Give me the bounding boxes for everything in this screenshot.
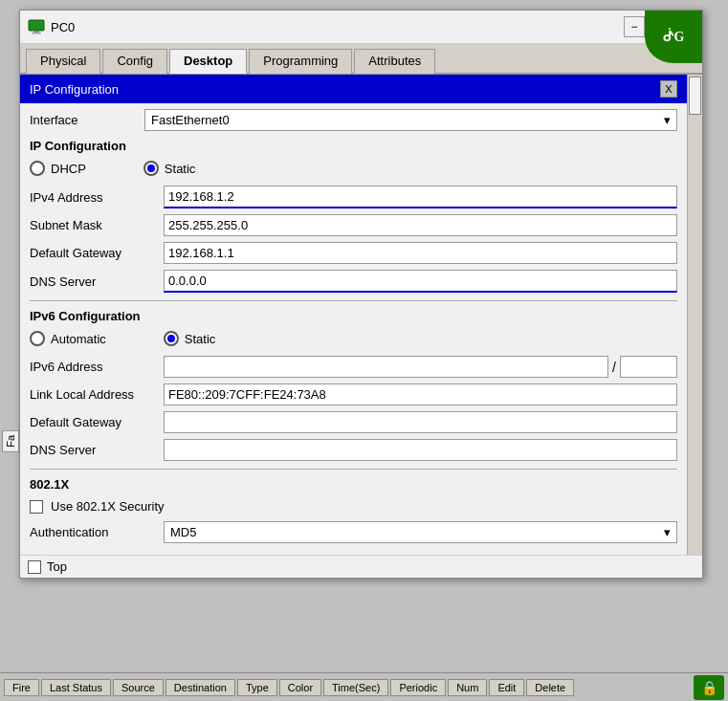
ipv6-static-radio-inner <box>167 335 175 342</box>
auth-value: MD5 <box>170 525 196 539</box>
link-local-label: Link Local Address <box>30 387 164 402</box>
lock-icon: 🔒 <box>701 680 717 695</box>
form-area: Interface FastEthernet0 ▾ IP Configurati… <box>20 103 687 555</box>
auth-select[interactable]: MD5 ▾ <box>164 521 677 543</box>
gateway-row: Default Gateway <box>30 242 677 264</box>
ipv6-section-label: IPv6 Configuration <box>30 309 677 323</box>
gfg-text: ᕸG <box>663 29 685 45</box>
dns-label: DNS Server <box>30 274 164 289</box>
svg-rect-0 <box>29 20 44 31</box>
auth-row: Authentication MD5 ▾ <box>30 521 677 543</box>
ipv6-prefix-input[interactable] <box>620 356 677 378</box>
title-bar-left: PC0 <box>28 18 75 35</box>
tab-physical[interactable]: Physical <box>26 49 100 74</box>
ipv4-label: IPv4 Address <box>30 190 164 205</box>
use-802-label: Use 802.1X Security <box>51 499 165 514</box>
ipv6-addr-row: IPv6 Address / <box>30 356 677 378</box>
ip-config-close-button[interactable]: X <box>660 80 677 98</box>
left-tab: Fa <box>2 430 19 452</box>
taskbar-item-fire[interactable]: Fire <box>4 679 39 696</box>
tab-attributes[interactable]: Attributes <box>354 49 435 74</box>
separator2 <box>30 469 677 470</box>
ipv6-auto-radio[interactable]: Automatic <box>30 331 106 346</box>
minimize-button[interactable]: − <box>624 16 645 37</box>
subnet-row: Subnet Mask <box>30 214 677 236</box>
static-label: Static <box>165 162 196 176</box>
auth-label: Authentication <box>30 525 164 539</box>
svg-rect-1 <box>33 31 39 33</box>
dhcp-radio[interactable]: DHCP <box>30 161 86 176</box>
svg-rect-2 <box>32 33 41 34</box>
ipv6-gateway-input[interactable] <box>164 411 677 433</box>
interface-label: Interface <box>30 113 144 127</box>
static-radio[interactable]: Static <box>143 161 196 176</box>
dhcp-label: DHCP <box>51 162 86 176</box>
static-radio-outer <box>143 161 159 176</box>
security-section-label: 802.1X <box>30 477 677 492</box>
security-icon-btn[interactable]: 🔒 <box>694 675 724 700</box>
taskbar-item-num[interactable]: Num <box>448 679 487 696</box>
ipv6-gateway-row: Default Gateway <box>30 411 677 433</box>
taskbar-item-type[interactable]: Type <box>237 679 277 696</box>
auth-dropdown-icon: ▾ <box>664 525 671 539</box>
interface-dropdown-icon: ▾ <box>664 113 671 127</box>
ipv6-auto-label: Automatic <box>51 332 106 346</box>
taskbar-item-laststatus[interactable]: Last Status <box>41 679 111 696</box>
ipv6-static-radio[interactable]: Static <box>164 331 216 346</box>
left-tab-text: Fa <box>5 435 16 448</box>
interface-value: FastEthernet0 <box>151 113 230 127</box>
tab-desktop[interactable]: Desktop <box>169 49 247 74</box>
taskbar-item-time[interactable]: Time(Sec) <box>323 679 388 696</box>
tab-bar: Physical Config Desktop Programming Attr… <box>20 44 702 75</box>
gateway-label: Default Gateway <box>30 246 164 260</box>
ipv6-slash: / <box>612 360 616 375</box>
ipv6-radio-group: Automatic Static <box>30 331 677 346</box>
gfg-logo: ᕸG <box>645 11 702 63</box>
subnet-label: Subnet Mask <box>30 218 164 232</box>
dns-input[interactable] <box>164 270 677 293</box>
ip-radio-group: DHCP Static <box>30 161 677 176</box>
ipv4-input[interactable] <box>164 186 677 208</box>
separator1 <box>30 300 677 301</box>
static-radio-inner <box>147 164 155 172</box>
ipv6-gateway-label: Default Gateway <box>30 415 164 429</box>
taskbar-item-delete[interactable]: Delete <box>526 679 574 696</box>
tab-config[interactable]: Config <box>102 49 167 74</box>
ipv6-address-input[interactable] <box>164 356 608 378</box>
taskbar-item-periodic[interactable]: Periodic <box>390 679 446 696</box>
taskbar-item-source[interactable]: Source <box>113 679 164 696</box>
subnet-input[interactable] <box>164 214 677 236</box>
ipv6-dns-label: DNS Server <box>30 443 164 457</box>
interface-row: Interface FastEthernet0 ▾ <box>30 109 677 131</box>
gateway-input[interactable] <box>164 242 677 264</box>
ipv6-auto-radio-outer <box>30 331 45 346</box>
dhcp-radio-outer <box>30 161 45 176</box>
taskbar-item-destination[interactable]: Destination <box>165 679 235 696</box>
taskbar-item-edit[interactable]: Edit <box>489 679 524 696</box>
ip-config-title: IP Configuration <box>30 82 119 97</box>
pc-icon <box>28 18 45 35</box>
content-area: IP Configuration X Interface FastEtherne… <box>20 75 702 578</box>
scrollbar-thumb[interactable] <box>689 77 701 115</box>
ipv6-static-label: Static <box>185 332 216 346</box>
ipv6-dns-input[interactable] <box>164 439 677 461</box>
main-content: IP Configuration X Interface FastEtherne… <box>20 75 687 555</box>
taskbar-item-color[interactable]: Color <box>279 679 321 696</box>
top-checkbox[interactable] <box>28 560 41 574</box>
use-802-row: Use 802.1X Security <box>30 499 677 514</box>
link-local-input[interactable] <box>164 383 677 405</box>
interface-select[interactable]: FastEthernet0 ▾ <box>144 109 677 131</box>
main-window: PC0 − □ X ᕸG Physical Config Desktop Pro… <box>19 10 703 579</box>
scrollbar[interactable] <box>687 75 702 555</box>
link-local-row: Link Local Address <box>30 383 677 405</box>
tab-programming[interactable]: Programming <box>249 49 352 74</box>
ip-config-header: IP Configuration X <box>20 75 687 103</box>
dns-row: DNS Server <box>30 270 677 293</box>
title-bar: PC0 − □ X <box>20 11 702 44</box>
top-label: Top <box>47 559 67 574</box>
ipv6-input-pair: / <box>164 356 677 378</box>
taskbar: Fire Last Status Source Destination Type… <box>0 672 728 701</box>
ip-config-section-label: IP Configuration <box>30 139 677 153</box>
use-802-checkbox[interactable] <box>30 500 43 514</box>
ipv4-row: IPv4 Address <box>30 186 677 208</box>
